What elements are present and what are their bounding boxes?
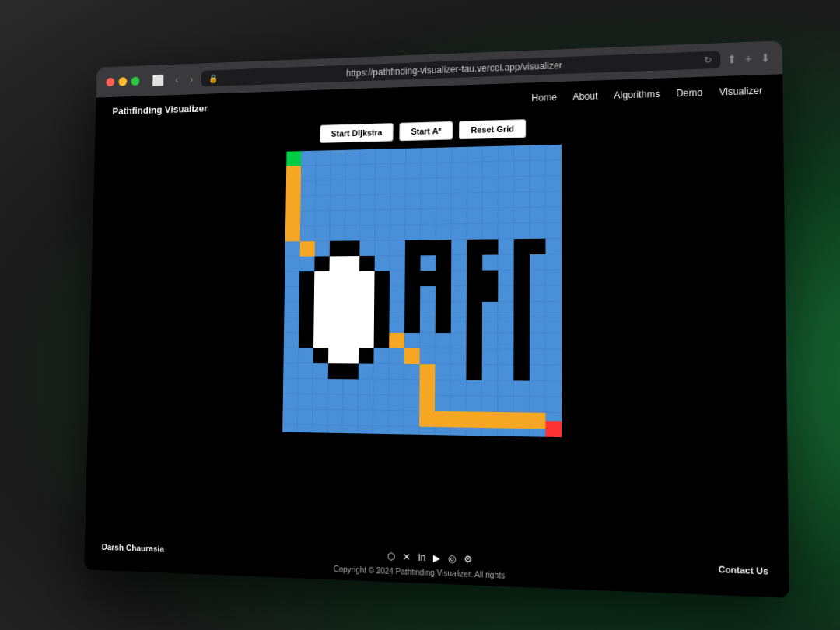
youtube-icon[interactable]: ▶ (433, 552, 440, 564)
site-main: Start Dijkstra Start A* Reset Grid (85, 105, 789, 558)
svg-rect-121 (313, 333, 328, 348)
svg-rect-73 (343, 363, 359, 379)
svg-rect-78 (374, 302, 390, 317)
svg-rect-106 (514, 286, 530, 302)
svg-rect-54 (466, 411, 481, 428)
svg-rect-82 (421, 240, 436, 255)
svg-rect-74 (359, 256, 375, 271)
add-tab-icon[interactable]: + (745, 52, 752, 65)
sidebar-toggle[interactable]: ⬜ (149, 72, 167, 88)
svg-rect-125 (329, 302, 345, 317)
nav-links: Home About Algorithms Demo Visualizer (531, 85, 762, 103)
svg-rect-136 (359, 271, 375, 287)
svg-rect-65 (299, 302, 313, 317)
svg-rect-85 (436, 255, 451, 271)
svg-rect-108 (514, 302, 530, 317)
browser-controls: ⬜ ‹ › (149, 72, 196, 88)
svg-rect-107 (467, 302, 482, 317)
share-icon[interactable]: ⬆ (726, 53, 737, 66)
svg-rect-42 (285, 226, 300, 242)
svg-rect-118 (314, 287, 329, 303)
svg-rect-84 (405, 255, 421, 271)
svg-rect-40 (285, 196, 300, 212)
grid-svg (282, 145, 562, 437)
instagram-icon[interactable]: ◎ (448, 553, 456, 565)
svg-rect-98 (530, 239, 545, 254)
svg-rect-57 (513, 412, 530, 429)
forward-button[interactable]: › (187, 72, 196, 86)
svg-rect-60 (419, 395, 435, 411)
svg-rect-138 (359, 302, 374, 317)
svg-rect-132 (344, 302, 359, 317)
svg-rect-134 (344, 333, 359, 348)
svg-rect-135 (343, 348, 359, 364)
svg-rect-128 (328, 348, 344, 363)
website-content: Pathfinding Visualizer Home About Algori… (84, 74, 789, 598)
svg-rect-117 (314, 271, 329, 287)
svg-rect-70 (330, 241, 345, 257)
svg-rect-56 (498, 412, 513, 429)
svg-rect-69 (313, 348, 329, 363)
start-astar-button[interactable]: Start A* (400, 121, 453, 141)
svg-rect-129 (345, 256, 360, 271)
linkedin-icon[interactable]: in (418, 552, 425, 564)
svg-rect-91 (404, 302, 420, 317)
svg-rect-64 (299, 287, 314, 303)
svg-rect-62 (435, 411, 450, 428)
svg-rect-81 (405, 240, 421, 256)
svg-rect-109 (467, 317, 482, 333)
svg-rect-59 (419, 380, 435, 395)
svg-rect-49 (389, 333, 404, 348)
svg-rect-101 (467, 271, 482, 286)
svg-rect-66 (299, 317, 313, 333)
back-button[interactable]: ‹ (172, 72, 181, 87)
svg-rect-51 (419, 364, 435, 380)
nav-home[interactable]: Home (531, 92, 557, 103)
nav-about[interactable]: About (572, 90, 597, 102)
svg-rect-100 (514, 254, 530, 270)
close-button[interactable] (106, 78, 114, 87)
svg-rect-41 (285, 211, 300, 226)
svg-rect-79 (374, 317, 390, 333)
svg-rect-95 (467, 240, 482, 255)
reset-grid-button[interactable]: Reset Grid (459, 119, 526, 139)
svg-rect-55 (481, 412, 497, 429)
downloads-icon[interactable]: ⬇ (761, 51, 771, 65)
svg-rect-97 (514, 239, 530, 254)
svg-rect-80 (374, 333, 390, 348)
nav-demo[interactable]: Demo (676, 86, 702, 98)
svg-rect-88 (436, 271, 451, 286)
footer-author: Darsh Chaurasia (102, 542, 165, 554)
github-icon[interactable]: ⚙ (464, 554, 473, 565)
twitter-x-icon[interactable]: ✕ (403, 551, 411, 563)
footer-contact[interactable]: Contact Us (719, 564, 768, 576)
svg-rect-61 (419, 411, 435, 427)
nav-algorithms[interactable]: Algorithms (614, 88, 660, 100)
svg-rect-87 (420, 271, 436, 286)
start-dijkstra-button[interactable]: Start Dijkstra (320, 123, 394, 143)
svg-rect-133 (344, 317, 359, 333)
discord-icon[interactable]: ⬡ (387, 551, 395, 562)
lock-icon: 🔒 (208, 73, 219, 83)
svg-rect-86 (405, 271, 421, 286)
svg-rect-71 (328, 363, 344, 379)
svg-rect-104 (467, 286, 482, 302)
end-cell[interactable] (545, 421, 562, 437)
maximize-button[interactable] (131, 77, 139, 86)
svg-rect-112 (513, 349, 529, 366)
svg-rect-131 (344, 286, 359, 302)
svg-rect-114 (513, 365, 530, 381)
start-cell[interactable] (286, 151, 301, 166)
svg-rect-90 (436, 286, 451, 302)
svg-rect-110 (513, 317, 529, 333)
nav-visualizer[interactable]: Visualizer (719, 85, 763, 97)
svg-rect-105 (482, 286, 498, 302)
svg-rect-77 (374, 286, 390, 302)
svg-rect-67 (299, 333, 313, 348)
browser-window: ⬜ ‹ › 🔒 https://pathfinding-visualizer-t… (84, 40, 789, 598)
svg-rect-119 (314, 302, 329, 317)
minimize-button[interactable] (118, 77, 127, 86)
svg-rect-68 (314, 256, 329, 271)
pathfinding-grid[interactable] (282, 145, 562, 437)
svg-rect-99 (467, 255, 482, 271)
